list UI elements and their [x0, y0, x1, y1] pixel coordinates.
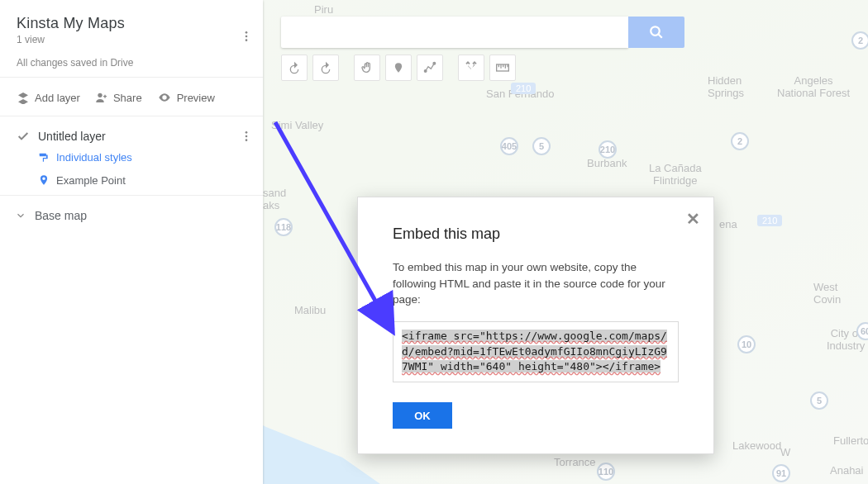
base-map-label: Base map [35, 209, 87, 222]
map-tools [281, 55, 516, 81]
polyline-icon [423, 61, 436, 74]
add-layer-label: Add layer [35, 92, 80, 104]
search-input[interactable] [281, 17, 628, 48]
layer-point-label: Example Point [56, 174, 126, 187]
measure-button[interactable] [489, 55, 516, 81]
svg-point-5 [246, 135, 248, 138]
pin-icon [38, 173, 50, 187]
map-title[interactable]: Kinsta My Maps [17, 15, 246, 32]
preview-button[interactable]: Preview [157, 91, 215, 104]
svg-point-6 [246, 139, 248, 141]
layer-menu-icon[interactable] [240, 130, 253, 143]
redo-button[interactable] [312, 55, 339, 81]
close-button[interactable]: ✕ [686, 209, 700, 229]
checkmark-icon [17, 130, 30, 143]
svg-point-8 [651, 26, 660, 36]
svg-point-0 [246, 31, 248, 34]
preview-label: Preview [177, 92, 215, 104]
save-status: All changes saved in Drive [17, 57, 246, 69]
svg-point-3 [98, 93, 102, 97]
search-icon [649, 25, 664, 40]
ruler-icon [496, 64, 509, 72]
pan-button[interactable] [354, 55, 380, 81]
chevron-down-icon [15, 210, 26, 221]
svg-point-10 [433, 62, 436, 64]
search-bar [281, 17, 684, 48]
ok-button[interactable]: OK [393, 402, 452, 429]
panel-options: Add layer Share Preview [0, 77, 263, 116]
svg-point-1 [246, 36, 248, 38]
share-label: Share [113, 92, 142, 104]
embed-textarea[interactable]: <iframe src="https://www.google.com/maps… [393, 321, 679, 383]
layer-name-label: Untitled layer [38, 130, 106, 143]
hand-icon [360, 61, 374, 74]
redo-icon [319, 61, 332, 74]
layers-icon [17, 91, 30, 104]
modal-title: Embed this map [393, 225, 679, 243]
svg-point-2 [246, 39, 248, 41]
embed-code: <iframe src="https://www.google.com/maps… [402, 330, 667, 373]
map-view-count: 1 view [17, 34, 246, 45]
search-button[interactable] [628, 17, 684, 48]
marker-button[interactable] [385, 55, 412, 81]
layer-styles-button[interactable]: Individual styles [38, 151, 246, 164]
layer-row[interactable]: Untitled layer [17, 130, 246, 143]
directions-button[interactable] [458, 55, 484, 81]
svg-rect-7 [40, 153, 46, 156]
embed-modal: ✕ Embed this map To embed this map in yo… [357, 197, 714, 454]
base-map-row[interactable]: Base map [0, 195, 263, 235]
close-icon: ✕ [686, 209, 700, 229]
line-button[interactable] [417, 55, 443, 81]
share-button[interactable]: Share [95, 91, 142, 104]
layer-point-row[interactable]: Example Point [38, 173, 246, 187]
undo-icon [288, 61, 301, 74]
eye-icon [157, 91, 172, 104]
add-layer-button[interactable]: Add layer [17, 91, 80, 104]
person-plus-icon [95, 91, 108, 104]
side-panel: Kinsta My Maps 1 view All changes saved … [0, 0, 263, 484]
paint-roller-icon [38, 152, 50, 164]
modal-body: To embed this map in your own website, c… [393, 259, 679, 308]
split-icon [465, 61, 478, 74]
svg-point-4 [246, 131, 248, 134]
layer-block: Untitled layer Individual styles Example… [0, 116, 263, 195]
panel-menu-icon[interactable] [240, 30, 253, 43]
marker-icon [393, 61, 404, 74]
layer-styles-label: Individual styles [56, 151, 132, 164]
svg-point-9 [424, 70, 427, 73]
undo-button[interactable] [281, 55, 308, 81]
